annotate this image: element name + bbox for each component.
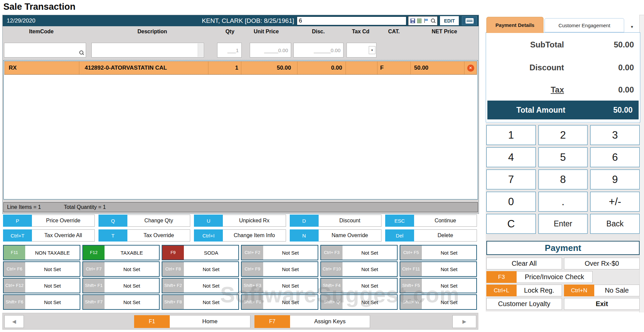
chevron-down-icon[interactable]: ▼ (369, 46, 375, 54)
shortcut-name-override[interactable]: NName Override (290, 229, 381, 242)
shortcut-discount[interactable]: DDiscount (290, 215, 381, 227)
shortcut-tax-override[interactable]: TTax Override (98, 229, 190, 242)
notes-icon[interactable] (417, 19, 421, 23)
hotkey-shift-f5[interactable]: Shift+ F5Not Set (400, 278, 477, 293)
key-badge: D (290, 215, 319, 227)
shortcut-delete[interactable]: DelDelete (385, 229, 477, 242)
hotkey-shift-f7[interactable]: Shift+ F7Not Set (82, 294, 160, 310)
hotkey-f9[interactable]: F9SODA (162, 245, 239, 260)
lock-reg-button[interactable]: Ctrl+LLock Reg. (486, 285, 562, 296)
remove-item-button[interactable]: ✕ (465, 62, 477, 74)
numpad-9[interactable]: 9 (590, 170, 640, 189)
qty-input[interactable] (217, 43, 242, 58)
hotkey-label: Not Set (184, 279, 238, 293)
line-item-row[interactable]: RX412892-0-ATORVASTATIN CAL150.000.00F50… (4, 61, 477, 75)
line-items-grid: RX412892-0-ATORVASTATIN CAL150.000.00F50… (3, 60, 478, 199)
save-icon[interactable] (410, 19, 415, 23)
key-badge: F9 (162, 246, 184, 260)
edit-button[interactable]: EDIT (440, 16, 459, 25)
assign-keys-button[interactable]: F7 Assign Keys (254, 315, 370, 328)
home-button[interactable]: F1 Home (134, 315, 250, 328)
shortcut-tax-override-all[interactable]: Ctrl+TTax Override All (3, 229, 95, 242)
price-invoice-check-button[interactable]: F3Price/Invoice Check (486, 271, 593, 283)
numpad-3[interactable]: 3 (590, 125, 640, 145)
hotkey-ctrl-f6[interactable]: Ctrl+ F6Not Set (3, 261, 80, 277)
hotkey-shift-q[interactable]: Shift+ QNot Set (320, 294, 398, 310)
tab-overflow-icon[interactable]: ▾ (631, 24, 633, 29)
taxcd-select[interactable]: ▼ (347, 43, 376, 58)
numpad-5[interactable]: 5 (538, 147, 588, 167)
dropdown-strip[interactable] (198, 43, 203, 57)
numpad-plus-minus[interactable]: +/- (590, 192, 640, 212)
hotkey-shift-f6[interactable]: Shift+ F6Not Set (3, 294, 80, 310)
discount-label: Discount (486, 63, 564, 72)
hotkey-ctrl-f9[interactable]: Ctrl+ F9Not Set (241, 261, 318, 277)
hotkey-ctrl-f8[interactable]: Ctrl+ F8Not Set (162, 261, 239, 277)
hotkey-ctrl-f7[interactable]: Ctrl+ F7Not Set (82, 261, 160, 277)
numpad-8[interactable]: 8 (538, 170, 588, 189)
key-badge: Shift+ F6 (4, 295, 25, 309)
hotkey-shift-f1[interactable]: Shift+ F1Not Set (82, 278, 160, 293)
tab-customer-engagement[interactable]: Customer Engagement (545, 18, 624, 32)
shortcut-change-item-info[interactable]: Ctrl+IChange Item Info (194, 229, 286, 242)
key-badge: Shift+ F9 (242, 295, 263, 309)
item-qty: 1 (208, 62, 241, 74)
hotkey-shift-f9[interactable]: Shift+ F9Not Set (241, 294, 318, 310)
hotkey-shift-f3[interactable]: Shift+ F3Not Set (241, 278, 318, 293)
key-badge: Shift+ F1 (83, 279, 105, 293)
flag-icon[interactable] (424, 19, 429, 23)
numpad-7[interactable]: 7 (486, 170, 536, 189)
shortcut-unpicked-rx[interactable]: UUnpicked Rx (194, 215, 286, 227)
numpad-2[interactable]: 2 (538, 125, 588, 145)
itemcode-field (4, 43, 86, 58)
numpad-back[interactable]: Back (590, 214, 640, 234)
numpad-dot[interactable]: . (538, 192, 588, 212)
hotkey-ctrl-f11[interactable]: Ctrl+ F11Not Set (400, 261, 477, 277)
key-badge: Ctrl+ F10 (321, 262, 343, 276)
printer-button[interactable] (462, 16, 477, 25)
button-label: Customer Loyalty (486, 298, 562, 310)
itemcode-input[interactable] (4, 43, 86, 57)
numpad-6[interactable]: 6 (590, 147, 640, 167)
scan-input[interactable] (297, 16, 406, 25)
item-tax-cd (346, 62, 377, 74)
hotkey-ctrl-f3[interactable]: Ctrl+ F3Not Set (320, 245, 398, 260)
disc-input[interactable] (293, 43, 344, 58)
hotkey-ctrl-f10[interactable]: Ctrl+ F10Not Set (320, 261, 398, 277)
description-input[interactable] (92, 43, 204, 57)
customer-loyalty-button[interactable]: Customer Loyalty (486, 298, 562, 310)
key-badge: P (3, 215, 32, 227)
search-icon[interactable] (431, 18, 436, 23)
numpad-4[interactable]: 4 (486, 147, 536, 167)
col-cat: CAT. (388, 29, 400, 35)
numpad-1[interactable]: 1 (486, 125, 536, 145)
hotkey-f11[interactable]: F11NON TAXABLE (3, 245, 80, 260)
hotkey-ctrl-f12[interactable]: Ctrl+ F12Not Set (3, 278, 80, 293)
hotkey-shift-f8[interactable]: Shift+ F8Not Set (162, 294, 239, 310)
next-page-button[interactable]: ▶ (452, 315, 476, 328)
hotkey-label: Not Set (263, 262, 318, 276)
search-icon[interactable] (79, 50, 84, 55)
shortcut-buttons: PPrice OverrideQChange QtyUUnpicked RxDD… (3, 215, 477, 244)
hotkey-f12[interactable]: F12TAXABLE (82, 245, 160, 260)
hotkey-ctrl-f2[interactable]: Ctrl+ F2Not Set (241, 245, 318, 260)
hotkey-shift-f4[interactable]: Shift+ F4Not Set (320, 278, 398, 293)
exit-button[interactable]: Exit (564, 298, 640, 310)
hotkey-ctrl-f5[interactable]: Ctrl+ F5Not Set (400, 245, 477, 260)
shortcut-continue[interactable]: ESCContinue (385, 215, 477, 227)
total-amount-label: Total Amount (487, 106, 565, 115)
tab-payment-details[interactable]: Payment Details (486, 17, 544, 33)
over-rx-0-button[interactable]: Over Rx-$0 (564, 258, 640, 269)
numpad-0[interactable]: 0 (486, 192, 536, 212)
key-badge: Shift+ F4 (321, 279, 343, 293)
prev-page-button[interactable]: ◀ (4, 315, 24, 328)
unit-price-input[interactable] (250, 43, 291, 58)
numpad-enter[interactable]: Enter (538, 214, 588, 234)
shortcut-change-qty[interactable]: QChange Qty (98, 215, 190, 227)
numpad-c[interactable]: C (486, 214, 536, 234)
hotkey-shift-w[interactable]: Shift+ WNot Set (400, 294, 477, 310)
clear-all-button[interactable]: Clear All (486, 258, 562, 269)
no-sale-button[interactable]: Ctrl+NNo Sale (564, 285, 640, 296)
hotkey-shift-f2[interactable]: Shift+ F2Not Set (162, 278, 239, 293)
shortcut-price-override[interactable]: PPrice Override (3, 215, 95, 227)
